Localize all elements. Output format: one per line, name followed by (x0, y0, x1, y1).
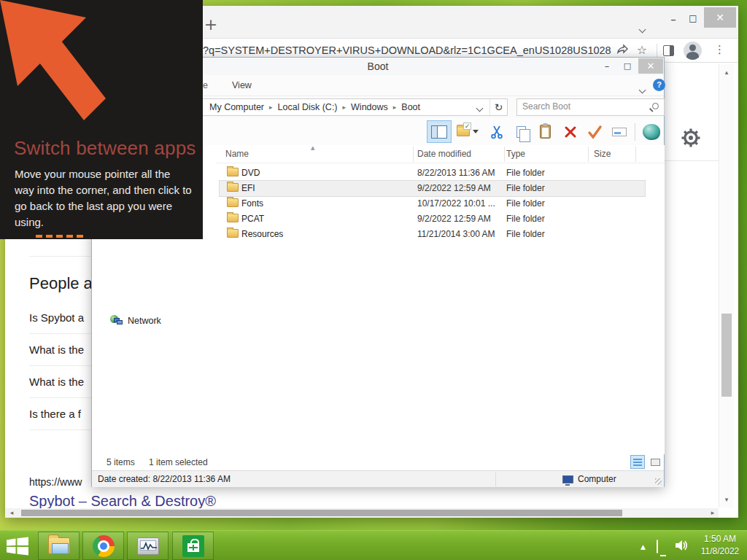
file-type: File folder (506, 229, 545, 239)
browser-maximize-button[interactable]: □ (684, 13, 702, 23)
refresh-icon[interactable]: ↻ (489, 99, 507, 115)
explorer-close-button[interactable]: ✕ (638, 58, 663, 74)
details-view-button[interactable] (630, 455, 645, 469)
vertical-scrollbar[interactable]: ▴ ▾ (719, 64, 734, 508)
cut-button[interactable] (484, 120, 509, 143)
column-header-row: Name ▲ Date modified Type Size (216, 145, 665, 163)
task-manager-icon (137, 537, 159, 555)
breadcrumb-item[interactable]: Windows (351, 102, 388, 112)
search-result-title[interactable]: Spybot – Search & Destroy® (29, 493, 216, 510)
search-settings-gear-icon[interactable] (680, 127, 706, 153)
copy-icon (516, 126, 526, 138)
vertical-scrollbar-thumb[interactable] (721, 314, 732, 397)
properties-check-button[interactable] (582, 120, 607, 143)
explorer-maximize-button[interactable]: □ (618, 58, 637, 74)
details-bar-separator (495, 472, 496, 486)
breadcrumb-item[interactable]: Boot (401, 102, 420, 112)
paste-button[interactable] (533, 120, 558, 143)
chrome-icon (93, 535, 115, 557)
taskbar-clock[interactable]: 1:50 AM 11/8/2022 (694, 533, 746, 559)
file-date-modified: 11/21/2014 3:00 AM (417, 229, 495, 239)
menu-share-partial[interactable]: e (203, 80, 208, 90)
column-separator[interactable] (635, 147, 636, 162)
taskbar-store-button[interactable] (172, 532, 214, 560)
bookmark-star-icon[interactable]: ☆ (635, 43, 649, 58)
scroll-up-icon[interactable]: ▴ (719, 69, 734, 76)
column-header-date-modified[interactable]: Date modified (417, 149, 471, 159)
browser-minimize-button[interactable]: – (665, 13, 682, 26)
date-created-text: Date created: 8/22/2013 11:36 AM (98, 474, 231, 484)
column-header-size[interactable]: Size (594, 149, 611, 159)
breadcrumb-item[interactable]: Local Disk (C:) (278, 102, 338, 112)
address-breadcrumb-bar[interactable]: My Computer▸ Local Disk (C:)▸ Windows▸ B… (201, 98, 508, 116)
column-separator[interactable] (588, 147, 589, 162)
help-icon[interactable]: ? (653, 79, 665, 91)
menu-view[interactable]: View (232, 80, 252, 90)
column-separator[interactable] (504, 147, 505, 162)
side-panel-icon[interactable] (663, 45, 674, 56)
thumbnails-view-button[interactable] (648, 455, 662, 469)
sort-ascending-icon[interactable]: ▲ (311, 145, 314, 151)
tray-show-hidden-icon[interactable]: ▲ (640, 543, 646, 551)
scroll-left-icon[interactable]: ◂ (7, 509, 16, 516)
tray-network-icon[interactable] (657, 540, 658, 553)
address-bar-url[interactable]: ?q=SYSTEM+DESTROYER+VIRUS+DOWNLOAD&rlz=1… (203, 44, 611, 56)
tab-search-chevron-icon[interactable] (640, 22, 645, 35)
file-date-modified: 9/2/2022 12:59 AM (417, 183, 491, 193)
delete-button[interactable] (558, 120, 583, 143)
address-dropdown-chevron-icon[interactable] (477, 101, 482, 114)
people-also-ask-heading: People a (29, 274, 93, 293)
file-row[interactable]: Resources 11/21/2014 3:00 AM File folder (220, 227, 645, 242)
share-icon[interactable] (615, 43, 630, 58)
column-separator[interactable] (413, 147, 414, 162)
column-header-type[interactable]: Type (506, 149, 525, 159)
file-row[interactable]: Fonts 10/17/2022 10:01 ... File folder (220, 196, 645, 211)
sidebar-item-network[interactable]: Network (110, 315, 161, 326)
scroll-down-icon[interactable]: ▾ (719, 496, 734, 503)
folder-icon (227, 214, 239, 222)
scroll-right-icon[interactable]: ▸ (708, 509, 717, 516)
window-title: Boot (368, 61, 389, 72)
cut-scissors-icon (489, 125, 504, 139)
search-box (516, 98, 665, 116)
taskbar-file-explorer-button[interactable] (38, 532, 80, 560)
thumbnails-view-icon (651, 459, 660, 466)
taskbar-chrome-button[interactable] (82, 532, 124, 560)
toolbar-separator (657, 44, 657, 57)
ribbon-expand-chevron-icon[interactable] (640, 82, 645, 96)
file-type: File folder (506, 198, 545, 209)
start-button[interactable] (6, 537, 31, 556)
file-row[interactable]: DVD 8/22/2013 11:36 AM File folder (220, 166, 645, 181)
breadcrumb-separator-icon: ▸ (269, 104, 273, 111)
browser-menu-icon[interactable]: ⋮ (714, 43, 725, 56)
rename-button[interactable] (607, 120, 632, 143)
tray-volume-icon[interactable] (676, 540, 688, 554)
classic-shell-button[interactable] (639, 120, 664, 143)
folder-icon (227, 198, 239, 207)
folder-options-button[interactable] (452, 120, 484, 143)
column-header-name[interactable]: Name (225, 149, 249, 159)
browser-close-button[interactable]: ✕ (704, 7, 736, 28)
result-cited-url[interactable]: https://www (29, 476, 82, 488)
system-tray: ▲ 1:50 AM 11/8/2022 (635, 531, 747, 560)
tooltip-title: Switch between apps (14, 137, 196, 160)
resize-grip[interactable] (655, 478, 662, 485)
search-icon[interactable] (652, 103, 659, 109)
horizontal-scrollbar-thumb[interactable] (21, 510, 622, 516)
copy-button[interactable] (509, 120, 534, 143)
breadcrumb-item[interactable]: My Computer (209, 102, 264, 112)
profile-avatar[interactable] (684, 42, 702, 60)
file-date-modified: 9/2/2022 12:59 AM (417, 214, 491, 224)
new-tab-button[interactable]: + (202, 16, 220, 34)
file-row[interactable]: PCAT 9/2/2022 12:59 AM File folder (220, 211, 645, 227)
taskbar-task-manager-button[interactable] (127, 532, 169, 560)
breadcrumb: My Computer▸ Local Disk (C:)▸ Windows▸ B… (202, 102, 477, 112)
horizontal-scrollbar[interactable]: ◂ ▸ (5, 508, 719, 518)
tooltip-body: Move your mouse pointer all the way into… (15, 166, 193, 230)
explorer-minimize-button[interactable]: – (597, 58, 616, 74)
taskbar: ▲ 1:50 AM 11/8/2022 (0, 530, 747, 560)
paste-icon (540, 125, 551, 139)
search-input[interactable] (522, 101, 643, 112)
navigation-pane-toggle-button[interactable] (427, 120, 452, 143)
file-row[interactable]: EFI 9/2/2022 12:59 AM File folder (220, 181, 645, 196)
